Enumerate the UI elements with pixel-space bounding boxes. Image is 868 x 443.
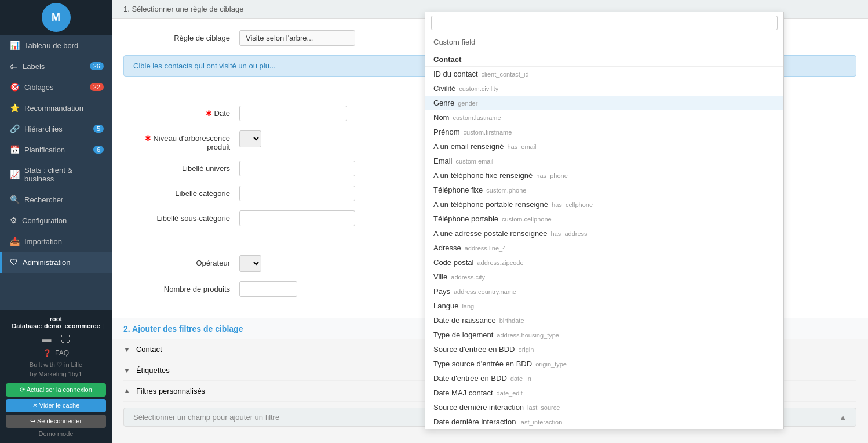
minimize-icon[interactable]: ▬ bbox=[42, 334, 52, 344]
field-label: Code postal bbox=[433, 258, 473, 267]
dropdown-search-area bbox=[425, 12, 783, 34]
field-label: A une adresse postale renseignée bbox=[433, 229, 548, 238]
rechercher-icon: 🔍 bbox=[10, 195, 20, 204]
dropdown-search-input[interactable] bbox=[431, 16, 778, 30]
field-code: custom.lastname bbox=[453, 114, 501, 121]
dropdown-item-address.line_4[interactable]: Adresse address.line_4 bbox=[425, 241, 783, 255]
dropdown-item-last_interaction[interactable]: Date dernière interaction last_interacti… bbox=[425, 415, 783, 429]
field-code: custom.firstname bbox=[464, 129, 512, 136]
dropdown-item-address.zipcode[interactable]: Code postal address.zipcode bbox=[425, 255, 783, 270]
badge-planification: 6 bbox=[93, 146, 104, 154]
vider-cache-button[interactable]: ✕ Vider le cache bbox=[6, 399, 106, 412]
dropdown-item-custom.email[interactable]: Email custom.email bbox=[425, 154, 783, 168]
db-label: Database: bbox=[12, 322, 42, 329]
niveau-required: ✱ bbox=[145, 134, 151, 143]
dropdown-item-address.housing_type[interactable]: Type de logement address.housing_type bbox=[425, 328, 783, 342]
sidebar-label-tableau: Tableau de bord bbox=[24, 41, 78, 50]
dropdown-item-date_in[interactable]: Date d'entrée en BDD date_in bbox=[425, 371, 783, 386]
actualiser-button[interactable]: ⟳ Actualiser la connexion bbox=[6, 383, 106, 397]
required-marker: ✱ bbox=[206, 109, 212, 118]
date-field[interactable] bbox=[239, 106, 347, 121]
dropdown-item-custom.firstname[interactable]: Prénom custom.firstname bbox=[425, 125, 783, 139]
logo-circle: M bbox=[42, 3, 71, 32]
field-label: Date d'entrée en BDD bbox=[433, 374, 507, 383]
faq-label: FAQ bbox=[55, 349, 69, 357]
sidebar-item-planification[interactable]: 📅 Planification 6 bbox=[0, 139, 112, 160]
sidebar-label-importation: Importation bbox=[24, 237, 62, 246]
field-label: Type source d'entrée en BDD bbox=[433, 360, 532, 368]
field-code: has_cellphone bbox=[552, 201, 593, 208]
sidebar-item-stats[interactable]: 📈 Stats : client & business bbox=[0, 160, 112, 189]
sidebar-label-planification: Planification bbox=[24, 146, 65, 154]
field-code: date_edit bbox=[497, 390, 523, 397]
logo-text: M bbox=[52, 12, 60, 24]
dropdown-item-date_edit[interactable]: Date MAJ contact date_edit bbox=[425, 386, 783, 400]
field-code: birthdate bbox=[499, 317, 524, 324]
sidebar-item-recommandation[interactable]: ⭐ Recommandation bbox=[0, 97, 112, 118]
planification-icon: 📅 bbox=[10, 145, 20, 154]
section1-title: 1. Sélectionner une règle de ciblage bbox=[123, 5, 243, 13]
custom-field-item[interactable]: Custom field bbox=[425, 34, 783, 50]
administration-icon: 🛡 bbox=[10, 257, 18, 267]
field-code: address.city bbox=[451, 274, 485, 281]
field-label: Type de logement bbox=[433, 331, 493, 339]
dropdown-item-has_email[interactable]: A un email renseigné has_email bbox=[425, 139, 783, 154]
sidebar-label-rechercher: Rechercher bbox=[24, 195, 63, 204]
dropdown-item-has_cellphone[interactable]: A un téléphone portable renseigné has_ce… bbox=[425, 197, 783, 212]
info-text: Cible les contacts qui ont visité un ou … bbox=[133, 61, 276, 70]
faq-section[interactable]: ❓ FAQ bbox=[6, 349, 106, 357]
dropdown-item-origin[interactable]: Source d'entrée en BDD origin bbox=[425, 342, 783, 357]
operateur-dropdown[interactable] bbox=[239, 255, 261, 272]
dropdown-items: ID du contact client_contact_id Civilité… bbox=[425, 67, 783, 429]
dropdown-item-origin_type[interactable]: Type source d'entrée en BDD origin_type bbox=[425, 357, 783, 371]
dropdown-item-address.country.name[interactable]: Pays address.country.name bbox=[425, 284, 783, 299]
sidebar-item-ciblages[interactable]: 🎯 Ciblages 22 bbox=[0, 77, 112, 97]
dropdown-item-custom.civility[interactable]: Civilité custom.civility bbox=[425, 81, 783, 96]
field-label: Téléphone fixe bbox=[433, 186, 483, 194]
libelle-sous-categorie-field[interactable] bbox=[239, 210, 355, 226]
field-label: Source dernière interaction bbox=[433, 403, 524, 412]
dropdown-item-lang[interactable]: Langue lang bbox=[425, 299, 783, 313]
sidebar-item-labels[interactable]: 🏷 Labels 26 bbox=[0, 56, 112, 77]
dropdown-item-has_phone[interactable]: A un téléphone fixe renseigné has_phone bbox=[425, 168, 783, 183]
expand-icon[interactable]: ⛶ bbox=[61, 334, 70, 344]
libelle-univers-field[interactable] bbox=[239, 161, 355, 176]
sidebar-item-tableau[interactable]: 📊 Tableau de bord bbox=[0, 35, 112, 56]
niveau-dropdown[interactable] bbox=[239, 130, 261, 147]
date-label: ✱ Date bbox=[123, 106, 239, 118]
field-code: client_contact_id bbox=[482, 71, 529, 78]
dropdown-item-address.city[interactable]: Ville address.city bbox=[425, 270, 783, 284]
main-content: 1. Sélectionner une règle de ciblage Règ… bbox=[112, 0, 868, 443]
badge-ciblages: 22 bbox=[90, 83, 104, 91]
sidebar-item-hierarchies[interactable]: 🔗 Hiérarchies 5 bbox=[0, 118, 112, 139]
sidebar-item-configuration[interactable]: ⚙ Configuration bbox=[0, 210, 112, 231]
field-code: address.zipcode bbox=[477, 259, 523, 266]
demo-mode-label: Demo mode bbox=[6, 430, 106, 437]
field-code: has_email bbox=[507, 143, 536, 150]
field-code: custom.civility bbox=[459, 85, 498, 92]
dropdown-item-custom.lastname[interactable]: Nom custom.lastname bbox=[425, 110, 783, 125]
dropdown-item-custom.cellphone[interactable]: Téléphone portable custom.cellphone bbox=[425, 212, 783, 226]
sidebar-item-importation[interactable]: 📥 Importation bbox=[0, 231, 112, 252]
field-label: Prénom bbox=[433, 128, 460, 136]
dropdown-item-custom.phone[interactable]: Téléphone fixe custom.phone bbox=[425, 183, 783, 197]
field-code: lang bbox=[462, 303, 474, 310]
filter-contact-label: Contact bbox=[136, 345, 162, 354]
field-dropdown: Custom field Contact ID du contact clien… bbox=[425, 12, 784, 429]
user-label: root bbox=[50, 315, 62, 322]
dropdown-item-gender[interactable]: Genre gender bbox=[425, 96, 783, 110]
dropdown-item-last_source[interactable]: Source dernière interaction last_source bbox=[425, 400, 783, 415]
libelle-categorie-field[interactable] bbox=[239, 186, 355, 201]
dropdown-item-client_contact_id[interactable]: ID du contact client_contact_id bbox=[425, 67, 783, 81]
nombre-produits-field[interactable] bbox=[239, 281, 297, 297]
dropdown-item-has_address[interactable]: A une adresse postale renseignée has_add… bbox=[425, 226, 783, 241]
field-label: A un téléphone fixe renseigné bbox=[433, 171, 533, 180]
labels-icon: 🏷 bbox=[10, 61, 18, 71]
deconnecter-button[interactable]: ↪ Se déconnecter bbox=[6, 415, 106, 428]
dropdown-item-birthdate[interactable]: Date de naissance birthdate bbox=[425, 313, 783, 328]
sidebar-item-rechercher[interactable]: 🔍 Rechercher bbox=[0, 189, 112, 210]
section2-title: 2. Ajouter des filtres de ciblage bbox=[123, 324, 243, 333]
sidebar-item-administration[interactable]: 🛡 Administration bbox=[0, 252, 112, 273]
field-label: Date de naissance bbox=[433, 316, 496, 325]
field-code: address.country.name bbox=[454, 288, 516, 295]
